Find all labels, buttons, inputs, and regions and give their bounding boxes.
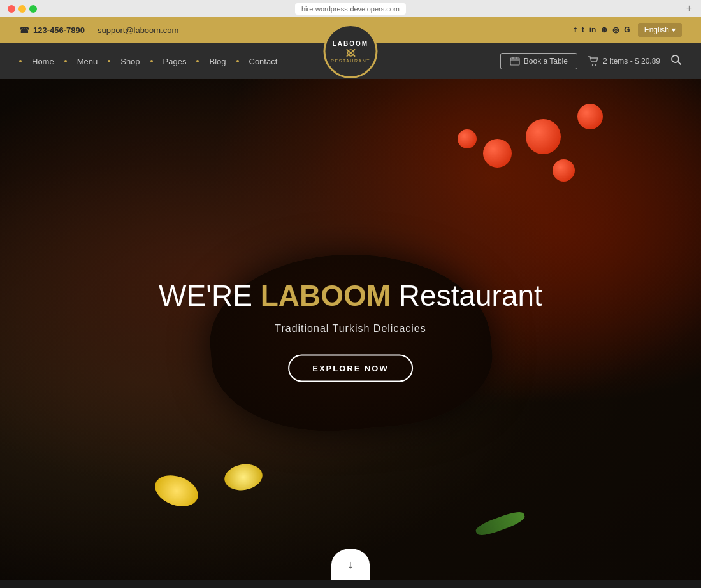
hero-title-pre: WE'RE [159,278,261,312]
lemon-2 [222,461,264,493]
browser-dots [8,5,37,13]
logo-crossed-utensils [342,48,359,57]
hero-subtitle: Traditional Turkish Delicacies [159,322,542,334]
svg-point-7 [592,64,593,66]
logo-text-laboom: LABOOM [333,40,368,47]
lemon-1 [150,470,202,512]
hero-title-brand: LABOOM [261,278,391,312]
phone-number: 123-456-7890 [33,25,85,35]
cart-label: 2 Items - $ 20.89 [603,57,660,66]
nav-right: Book a Table 2 Items - $ 20.89 [500,53,682,69]
calendar-icon [510,57,520,66]
google-icon[interactable]: G [624,25,630,34]
instagram-icon[interactable]: in [589,25,596,34]
logo-inner: LABOOM RESTAURANT [331,40,370,63]
nav-item-home[interactable]: Home [25,57,61,66]
nav-dot-menu [64,60,67,62]
explore-button[interactable]: EXPLORE NOW [288,354,413,382]
social-icon-4[interactable]: ⊕ [601,25,607,34]
tomato-1 [526,119,561,154]
cart-button[interactable]: 2 Items - $ 20.89 [588,56,660,66]
top-bar-left: ☎ 123-456-7890 support@laboom.com [19,25,178,35]
dot-yellow[interactable] [18,5,26,13]
search-button[interactable] [670,54,682,69]
facebook-icon[interactable]: f [574,25,577,34]
add-tab-button[interactable]: + [686,3,692,14]
chevron-down-icon: ▾ [672,25,676,34]
phone-icon: ☎ [19,25,29,35]
nav-dot-home [19,60,22,62]
dot-red[interactable] [8,5,15,13]
scroll-arrow-icon: ↓ [348,558,354,571]
browser-url-bar[interactable]: hire-wordpress-developers.com [295,3,406,15]
hero-content: WE'RE LABOOM Restaurant Traditional Turk… [159,278,542,382]
email-contact[interactable]: support@laboom.com [98,25,178,35]
tomato-5 [458,129,477,148]
dot-green[interactable] [29,5,37,13]
hero-title: WE'RE LABOOM Restaurant [159,278,542,312]
url-text: hire-wordpress-developers.com [301,5,400,13]
site-logo[interactable]: LABOOM RESTAURANT [324,24,378,78]
twitter-icon[interactable]: t [582,25,584,34]
browser-chrome: hire-wordpress-developers.com + [0,0,701,17]
nav-dot-contact [236,60,239,62]
social-icons: f t in ⊕ ◎ G [574,25,630,34]
logo-text-restaurant: RESTAURANT [331,59,370,63]
language-label: English [644,25,669,34]
green-herb [474,509,526,538]
svg-point-8 [595,64,596,66]
book-table-button[interactable]: Book a Table [500,53,577,69]
search-icon [670,54,682,66]
nav-item-menu[interactable]: Menu [71,57,105,66]
tomato-4 [553,159,575,182]
nav-item-contact[interactable]: Contact [243,57,284,66]
tomato-3 [577,104,603,129]
nav-item-blog[interactable]: Blog [203,57,232,66]
scroll-down-button[interactable]: ↓ [331,549,370,580]
nav-item-shop[interactable]: Shop [114,57,146,66]
logo-icon-area [342,48,359,57]
email-address: support@laboom.com [98,25,178,35]
social-icon-5[interactable]: ◎ [612,25,619,34]
nav-dot-pages [150,60,153,62]
tomato-2 [483,139,512,168]
phone-contact[interactable]: ☎ 123-456-7890 [19,25,85,35]
top-bar-right: f t in ⊕ ◎ G English ▾ [574,23,682,37]
hero-section: WE'RE LABOOM Restaurant Traditional Turk… [0,79,701,580]
cart-icon [588,56,599,66]
nav-left: Home Menu Shop Pages Blog Contact [19,57,284,66]
book-table-label: Book a Table [524,57,568,66]
hero-title-post: Restaurant [391,278,542,312]
nav-item-pages[interactable]: Pages [157,57,193,66]
nav-dot-blog [196,60,199,62]
nav-dot-shop [108,60,110,62]
language-selector[interactable]: English ▾ [638,23,682,37]
svg-rect-3 [510,58,519,65]
svg-line-10 [678,61,681,64]
nav-bar: Home Menu Shop Pages Blog Contact LABOOM… [0,43,701,79]
